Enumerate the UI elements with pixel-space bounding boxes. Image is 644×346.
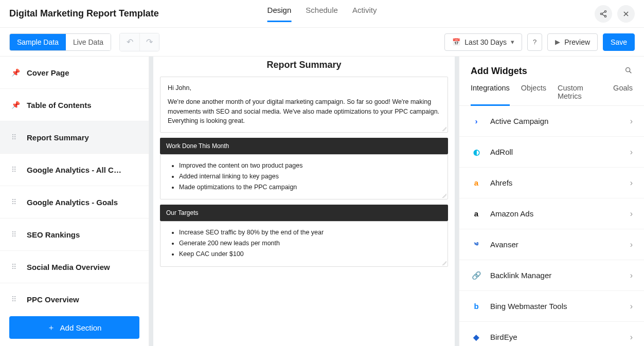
calendar-icon: 📅 <box>452 38 460 46</box>
work-textbox[interactable]: Improved the content on two product page… <box>160 154 448 199</box>
chevron-right-icon: › <box>630 148 633 157</box>
chevron-right-icon: › <box>630 302 633 311</box>
list-item: Improved the content on two product page… <box>179 161 440 171</box>
sections-sidebar: 📌Cover Page📌Table of Contents⠿Report Sum… <box>0 57 149 346</box>
sidebar-item[interactable]: 📌Cover Page <box>0 57 149 89</box>
integration-name: Bing Webmaster Tools <box>490 302 567 311</box>
panel-tab-integrations[interactable]: Integrations <box>471 84 510 105</box>
integration-item[interactable]: bBing Webmaster Tools› <box>459 291 644 322</box>
integration-logo-icon: b <box>471 301 482 312</box>
share-button[interactable] <box>595 5 612 23</box>
question-icon: ? <box>533 38 536 46</box>
list-item: Keep CAC under $100 <box>179 249 440 259</box>
panel-tab-goals[interactable]: Goals <box>613 84 633 105</box>
ruler-right <box>455 57 459 346</box>
svg-line-4 <box>602 14 604 15</box>
panel-title: Add Widgets <box>471 66 527 77</box>
panel-tab-objects[interactable]: Objects <box>521 84 546 105</box>
sidebar-item[interactable]: ⠿PPC Overview <box>0 283 149 309</box>
chevron-right-icon: › <box>630 333 633 342</box>
add-section-button[interactable]: ＋ Add Section <box>9 316 139 339</box>
sidebar-item-label: Cover Page <box>27 68 69 77</box>
integration-logo-icon: a <box>471 177 482 189</box>
summary-textbox[interactable]: Hi John, We're done another month of you… <box>160 77 448 133</box>
integration-logo-icon: ◆ <box>471 332 482 343</box>
integration-logo-icon: ༄ <box>471 239 482 250</box>
drag-handle-icon: ⠿ <box>11 295 19 303</box>
top-tabs: DesignScheduleActivity <box>267 6 377 22</box>
chevron-down-icon: ▾ <box>511 38 514 46</box>
drag-handle-icon: ⠿ <box>11 198 19 206</box>
sidebar-item-label: Google Analytics - All C… <box>27 166 121 174</box>
integration-name: Ahrefs <box>490 178 512 187</box>
integration-name: Amazon Ads <box>490 209 533 218</box>
date-range-label: Last 30 Days <box>464 38 507 46</box>
integration-logo-icon: 🔗 <box>471 270 482 281</box>
chevron-right-icon: › <box>630 271 633 280</box>
svg-point-7 <box>626 67 630 71</box>
sidebar-item[interactable]: ⠿Social Media Overview <box>0 251 149 283</box>
sidebar-item[interactable]: ⠿Report Summary <box>0 121 149 154</box>
integration-name: BirdEye <box>490 333 517 341</box>
integration-item[interactable]: aAhrefs› <box>459 168 644 198</box>
sidebar-item-label: PPC Overview <box>27 295 79 304</box>
drag-handle-icon: ⠿ <box>11 133 19 141</box>
targets-textbox[interactable]: Increase SEO traffic by 80% by the end o… <box>160 221 448 266</box>
sidebar-item-label: Report Summary <box>27 133 89 142</box>
integration-name: Active Campaign <box>490 117 548 125</box>
integration-name: Backlink Manager <box>490 271 551 280</box>
sidebar-item[interactable]: 📌Table of Contents <box>0 89 149 121</box>
live-data-button[interactable]: Live Data <box>66 34 111 50</box>
plus-icon: ＋ <box>47 323 55 333</box>
integration-item[interactable]: ༄Avanser› <box>459 229 644 260</box>
save-button[interactable]: Save <box>603 33 635 51</box>
sidebar-item[interactable]: ⠿Google Analytics - All C… <box>0 154 149 186</box>
summary-body: We're done another month of your digital… <box>168 97 440 126</box>
integration-name: Avanser <box>490 240 518 249</box>
list-item: Made optimizations to the PPC campaign <box>179 183 440 192</box>
panel-tab-custom metrics[interactable]: Custom Metrics <box>558 84 602 105</box>
list-item: Generate 200 new leads per month <box>179 239 440 248</box>
sample-data-button[interactable]: Sample Data <box>10 34 66 50</box>
list-item: Added internal linking to key pages <box>179 172 440 181</box>
tab-activity[interactable]: Activity <box>352 6 377 22</box>
sidebar-item-label: Social Media Overview <box>27 263 110 271</box>
integration-name: AdRoll <box>490 148 513 156</box>
chevron-right-icon: › <box>630 117 633 126</box>
chevron-right-icon: › <box>630 178 633 188</box>
tab-schedule[interactable]: Schedule <box>306 6 338 22</box>
integration-item[interactable]: 🔗Backlink Manager› <box>459 260 644 291</box>
work-header[interactable]: Work Done This Month <box>160 138 448 154</box>
section-title: Report Summary <box>160 57 448 77</box>
preview-button[interactable]: ▶ Preview <box>547 33 598 51</box>
integration-logo-icon: ◐ <box>471 147 482 158</box>
sidebar-item-label: SEO Rankings <box>27 230 80 239</box>
integration-item[interactable]: ›Active Campaign› <box>459 106 644 137</box>
help-button[interactable]: ? <box>527 33 542 51</box>
sidebar-item-label: Google Analytics - Goals <box>27 198 118 207</box>
targets-header[interactable]: Our Targets <box>160 205 448 221</box>
undo-button[interactable]: ↶ <box>120 33 139 51</box>
search-button[interactable] <box>624 66 633 77</box>
tab-design[interactable]: Design <box>267 6 292 22</box>
pin-icon: 📌 <box>11 68 19 77</box>
close-button[interactable] <box>617 5 635 23</box>
svg-line-3 <box>602 12 604 13</box>
integration-item[interactable]: ◆BirdEye› <box>459 322 644 346</box>
greeting-text: Hi John, <box>168 83 440 93</box>
date-range-selector[interactable]: 📅 Last 30 Days ▾ <box>444 33 522 51</box>
sidebar-item[interactable]: ⠿Google Analytics - Goals <box>0 186 149 218</box>
sidebar-item[interactable]: ⠿SEO Rankings <box>0 218 149 251</box>
list-item: Increase SEO traffic by 80% by the end o… <box>179 228 440 238</box>
integration-item[interactable]: aAmazon Ads› <box>459 198 644 229</box>
report-canvas[interactable]: Report Summary Hi John, We're done anoth… <box>149 57 459 346</box>
chevron-right-icon: › <box>630 209 633 218</box>
widgets-panel: Add Widgets IntegrationsObjectsCustom Me… <box>459 57 644 346</box>
drag-handle-icon: ⠿ <box>11 263 19 271</box>
chevron-right-icon: › <box>630 240 633 249</box>
integration-item[interactable]: ◐AdRoll› <box>459 137 644 168</box>
redo-button[interactable]: ↷ <box>139 33 159 51</box>
data-mode-toggle[interactable]: Sample Data Live Data <box>9 33 111 51</box>
sidebar-item-label: Table of Contents <box>27 101 92 110</box>
svg-line-8 <box>630 71 632 73</box>
